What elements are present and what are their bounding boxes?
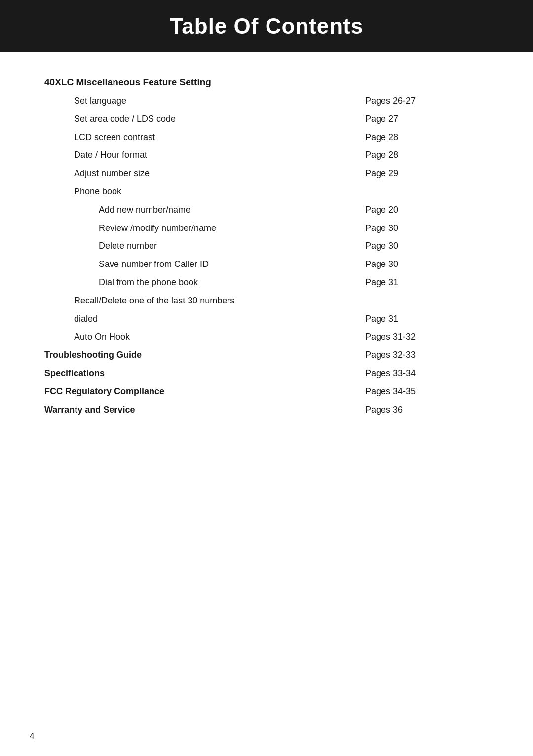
page-number: 4: [30, 731, 34, 741]
toc-entry-page: Page 29: [355, 164, 489, 183]
toc-row: Set languagePages 26-27: [44, 92, 489, 110]
toc-entry-label: Add new number/name: [44, 201, 355, 219]
toc-entry-label: Recall/Delete one of the last 30 numbers: [44, 292, 355, 310]
toc-entry-label: LCD screen contrast: [44, 128, 355, 147]
toc-entry-page: Page 30: [355, 219, 489, 237]
toc-entry-label: Warranty and Service: [44, 401, 355, 419]
toc-entry-page: Page 28: [355, 128, 489, 147]
toc-entry-page: Pages 33-34: [355, 364, 489, 382]
toc-entry-label: FCC Regulatory Compliance: [44, 382, 355, 401]
toc-entry-page: Page 27: [355, 110, 489, 128]
toc-entry-label: Phone book: [44, 183, 355, 201]
toc-entry-page: Pages 32-33: [355, 346, 489, 364]
toc-entry-label: Troubleshooting Guide: [44, 346, 355, 364]
toc-entry-label: dialed: [44, 310, 355, 328]
toc-entry-label: Dial from the phone book: [44, 273, 355, 292]
toc-row: Troubleshooting GuidePages 32-33: [44, 346, 489, 364]
toc-entry-label: Adjust number size: [44, 164, 355, 183]
toc-entry-page: Page 28: [355, 146, 489, 164]
toc-entry-page: Pages 36: [355, 401, 489, 419]
toc-row: Set area code / LDS codePage 27: [44, 110, 489, 128]
toc-row: Auto On HookPages 31-32: [44, 328, 489, 346]
toc-row: Warranty and ServicePages 36: [44, 401, 489, 419]
toc-entry-page: Pages 26-27: [355, 92, 489, 110]
toc-row: Phone book: [44, 183, 489, 201]
toc-entry-page: Page 31: [355, 310, 489, 328]
toc-entry-label: Delete number: [44, 237, 355, 255]
toc-entry-label: Specifications: [44, 364, 355, 382]
toc-row: Adjust number sizePage 29: [44, 164, 489, 183]
toc-row: Date / Hour formatPage 28: [44, 146, 489, 164]
toc-row: SpecificationsPages 33-34: [44, 364, 489, 382]
toc-row: Dial from the phone bookPage 31: [44, 273, 489, 292]
section-heading-misc: 40XLC Miscellaneous Feature Setting: [44, 77, 489, 88]
page-title-bar: Table Of Contents: [0, 0, 533, 52]
toc-row: FCC Regulatory CompliancePages 34-35: [44, 382, 489, 401]
toc-entry-label: Save number from Caller ID: [44, 255, 355, 273]
toc-table-misc: Set languagePages 26-27Set area code / L…: [44, 92, 489, 346]
toc-row: Review /modify number/namePage 30: [44, 219, 489, 237]
toc-entry-label: Set area code / LDS code: [44, 110, 355, 128]
toc-entry-page: Page 20: [355, 201, 489, 219]
toc-row: Recall/Delete one of the last 30 numbers: [44, 292, 489, 310]
toc-row: LCD screen contrastPage 28: [44, 128, 489, 147]
toc-row: Add new number/namePage 20: [44, 201, 489, 219]
toc-entry-page: [355, 292, 489, 310]
toc-entry-page: Page 31: [355, 273, 489, 292]
section-misc: 40XLC Miscellaneous Feature Setting Set …: [44, 77, 489, 346]
content-area: 40XLC Miscellaneous Feature Setting Set …: [0, 77, 533, 448]
page-title: Table Of Contents: [30, 14, 503, 38]
toc-row: Save number from Caller IDPage 30: [44, 255, 489, 273]
toc-entry-page: [355, 183, 489, 201]
toc-entry-label: Auto On Hook: [44, 328, 355, 346]
toc-entry-page: Page 30: [355, 237, 489, 255]
toc-entry-label: Date / Hour format: [44, 146, 355, 164]
toc-entry-page: Page 30: [355, 255, 489, 273]
toc-entry-label: Review /modify number/name: [44, 219, 355, 237]
toc-entry-page: Pages 34-35: [355, 382, 489, 401]
toc-entry-page: Pages 31-32: [355, 328, 489, 346]
toc-row: Delete numberPage 30: [44, 237, 489, 255]
toc-table-main: Troubleshooting GuidePages 32-33Specific…: [44, 346, 489, 418]
toc-entry-label: Set language: [44, 92, 355, 110]
toc-row: dialedPage 31: [44, 310, 489, 328]
